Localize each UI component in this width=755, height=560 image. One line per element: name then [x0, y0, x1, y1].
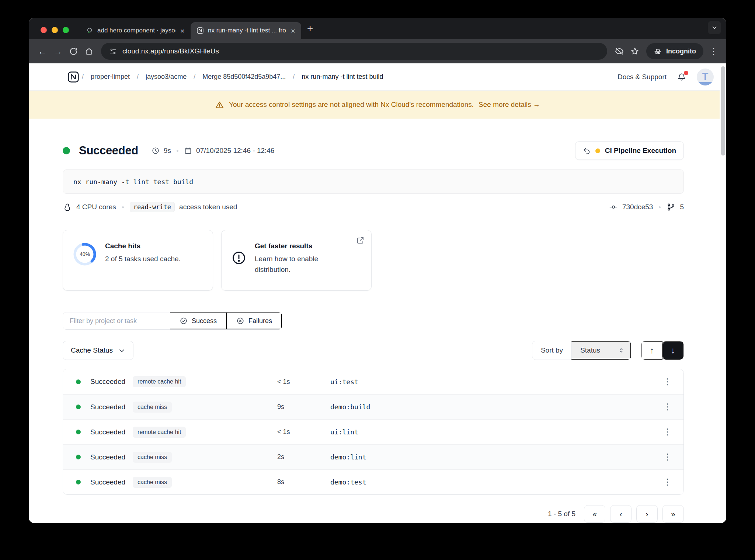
site-info-icon: [109, 48, 117, 55]
undo-icon: [583, 147, 591, 155]
row-task[interactable]: ui:test: [330, 378, 660, 386]
desktop-background: add hero component · jaysoo × nx run-man…: [0, 0, 755, 560]
cache-status-badge: remote cache hit: [133, 427, 186, 438]
breadcrumb-workspace[interactable]: proper-limpet: [91, 73, 130, 81]
status-dot: [63, 147, 70, 154]
failures-label: Failures: [248, 317, 272, 325]
address-bar[interactable]: cloud.nx.app/runs/BkIXGHleUs: [101, 43, 607, 60]
forward-button[interactable]: →: [50, 43, 66, 59]
row-menu-button[interactable]: ⋮: [660, 452, 675, 462]
notifications-button[interactable]: [677, 72, 686, 82]
reload-icon: [69, 47, 78, 56]
cache-percent: 40%: [73, 242, 97, 266]
nx-cloud-logo[interactable]: [67, 71, 80, 83]
pipeline-label: CI Pipeline Execution: [605, 147, 676, 155]
separator-dot: [177, 150, 178, 152]
run-status-row: Succeeded 9s 07/10/2025 12:46 - 12:46 CI…: [63, 141, 684, 160]
back-button[interactable]: ←: [35, 43, 50, 59]
row-task[interactable]: ui:lint: [330, 428, 660, 436]
breadcrumb-repo[interactable]: jaysoo3/acme: [146, 73, 187, 81]
row-menu-button[interactable]: ⋮: [660, 377, 675, 387]
cache-status-dropdown[interactable]: Cache Status: [63, 341, 133, 360]
external-link-icon[interactable]: [356, 236, 365, 245]
table-row[interactable]: Succeededcache miss 2s demo:lint ⋮: [63, 444, 683, 469]
breadcrumb-separator: /: [293, 73, 295, 81]
next-page-button[interactable]: ›: [636, 505, 658, 523]
row-menu-button[interactable]: ⋮: [660, 427, 675, 437]
cache-status-badge: cache miss: [133, 477, 172, 488]
filter-failures-button[interactable]: Failures: [227, 312, 282, 329]
home-button[interactable]: [81, 43, 97, 59]
chevron-down-icon: [118, 347, 125, 354]
commit-hash[interactable]: 730dce53: [622, 203, 653, 211]
warning-icon: [215, 100, 224, 109]
header-actions: Docs & Support T: [617, 69, 714, 85]
table-row[interactable]: Succeededcache miss 8s demo:test ⋮: [63, 469, 683, 494]
table-row[interactable]: Succeededcache miss 9s demo:build ⋮: [63, 394, 683, 419]
reload-button[interactable]: [66, 43, 81, 59]
pr-check-favicon: [86, 27, 93, 34]
avatar[interactable]: T: [697, 69, 714, 85]
sort-descending-button[interactable]: ↓: [662, 341, 683, 360]
distribution-card[interactable]: Get faster results Learn how to enable d…: [221, 230, 372, 291]
incognito-label: Incognito: [666, 48, 696, 55]
preview-toggle-button[interactable]: [612, 43, 627, 59]
scrollbar-track[interactable]: [720, 63, 726, 523]
nx-cloud-page: / proper-limpet / jaysoo3/acme / Merge 8…: [29, 63, 726, 523]
first-page-button[interactable]: «: [584, 505, 605, 523]
incognito-badge[interactable]: Incognito: [646, 43, 703, 59]
close-tab-icon[interactable]: ×: [180, 27, 185, 35]
row-status-dot: [76, 405, 81, 409]
browser-menu-button[interactable]: ⋮: [707, 46, 720, 56]
summary-cards: 40% Cache hits 2 of 5 tasks used cache. …: [63, 230, 684, 291]
bookmark-button[interactable]: [627, 43, 643, 59]
last-page-button[interactable]: »: [662, 505, 684, 523]
row-menu-button[interactable]: ⋮: [660, 402, 675, 412]
run-duration: 9s: [164, 147, 171, 155]
tab-title: nx run-many -t lint test ... fro: [208, 27, 286, 34]
avatar-letter: T: [702, 71, 709, 83]
row-status-dot: [76, 379, 81, 384]
tab-title: add hero component · jaysoo: [97, 27, 175, 34]
alert-circle-icon: [231, 250, 247, 266]
scrollbar-thumb[interactable]: [721, 66, 725, 155]
chevron-down-icon: [711, 25, 717, 31]
banner-details-link[interactable]: See more details →: [479, 101, 540, 109]
close-tab-icon[interactable]: ×: [290, 27, 296, 35]
docs-support-link[interactable]: Docs & Support: [617, 73, 667, 81]
table-row[interactable]: Succeededremote cache hit < 1s ui:test ⋮: [63, 369, 683, 394]
previous-page-button[interactable]: ‹: [610, 505, 632, 523]
breadcrumb: / proper-limpet / jaysoo3/acme / Merge 8…: [82, 73, 383, 81]
row-task[interactable]: demo:build: [330, 403, 660, 411]
new-tab-button[interactable]: +: [307, 24, 313, 34]
breadcrumb-merge[interactable]: Merge 85d500f42d5a9b47...: [202, 73, 286, 81]
row-task[interactable]: demo:test: [330, 478, 660, 486]
filter-success-button[interactable]: Success: [170, 312, 227, 329]
tab-search-button[interactable]: [708, 21, 721, 34]
breadcrumb-separator: /: [194, 73, 195, 81]
row-status-dot: [76, 455, 81, 459]
row-status: Succeeded: [90, 453, 125, 461]
row-menu-button[interactable]: ⋮: [660, 477, 675, 487]
filter-input[interactable]: [63, 312, 170, 329]
run-detail-content: Succeeded 9s 07/10/2025 12:46 - 12:46 CI…: [29, 141, 726, 523]
close-window-button[interactable]: [41, 27, 47, 33]
sort-field-select[interactable]: Status: [571, 341, 631, 360]
ci-pipeline-execution-button[interactable]: CI Pipeline Execution: [575, 141, 684, 160]
cache-status-badge: cache miss: [133, 402, 172, 413]
pagination-label: 1 - 5 of 5: [548, 510, 575, 518]
browser-tab-active[interactable]: nx run-many -t lint test ... fro ×: [191, 22, 301, 39]
task-table: Succeededremote cache hit < 1s ui:test ⋮…: [63, 369, 684, 495]
browser-tab-inactive[interactable]: add hero component · jaysoo ×: [80, 22, 191, 39]
minimize-window-button[interactable]: [52, 27, 58, 33]
row-status: Succeeded: [90, 428, 125, 436]
row-task[interactable]: demo:lint: [330, 453, 660, 461]
row-duration: 8s: [277, 478, 330, 486]
zoom-window-button[interactable]: [63, 27, 69, 33]
table-row[interactable]: Succeededremote cache hit < 1s ui:lint ⋮: [63, 419, 683, 444]
distribution-card-title: Get faster results: [255, 242, 340, 250]
url-text: cloud.nx.app/runs/BkIXGHleUs: [122, 47, 219, 55]
sort-ascending-button[interactable]: ↑: [641, 341, 662, 360]
cache-progress-ring: 40%: [73, 242, 97, 266]
cache-card-subtitle: 2 of 5 tasks used cache.: [105, 253, 181, 264]
